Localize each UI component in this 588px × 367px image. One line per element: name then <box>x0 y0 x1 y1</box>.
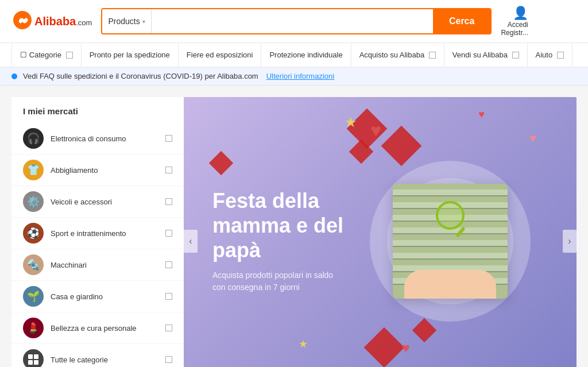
sidebar-item-veicoli[interactable]: ⚙️ Veicoli e accessori <box>11 186 184 218</box>
elettronica-label: Elettronica di consumo <box>51 134 158 143</box>
nav-vendi[interactable]: Vendi su Alibaba <box>444 43 528 67</box>
svg-rect-0 <box>28 354 33 359</box>
login-link[interactable]: Accedi <box>508 21 528 29</box>
covid-message: Vedi FAQ sulle spedizioni e il Coronavir… <box>23 72 258 80</box>
blind-slat-1 <box>393 190 508 196</box>
logo-name: Alibaba.com <box>34 15 92 28</box>
sidebar-item-tutte[interactable]: Tutte le categorie <box>11 344 184 367</box>
account-icon: 👤 <box>513 6 528 21</box>
hands-shape <box>404 270 496 299</box>
banner-subtitle: Acquista prodotti popolari in saldo con … <box>212 269 396 293</box>
banner-next-button[interactable]: › <box>563 230 577 253</box>
account-area: 👤 Accedi Registr... <box>501 6 528 37</box>
navbar: ☐ Categorie Pronto per la spedizione Fie… <box>0 43 588 67</box>
deco-star-1: ★ <box>345 114 357 130</box>
elettronica-checkbox <box>165 135 172 142</box>
alibaba-logo-icon <box>11 9 33 34</box>
macchinari-icon: 🔩 <box>23 254 44 275</box>
deco-star-2: ★ <box>299 338 308 350</box>
search-bar: Products ▾ Cerca <box>101 8 492 34</box>
sport-label: Sport e intrattenimento <box>51 229 158 238</box>
logo[interactable]: Alibaba.com <box>11 9 92 34</box>
bellezza-checkbox <box>165 324 172 331</box>
svg-rect-3 <box>34 360 38 365</box>
deco-diamond-5 <box>412 318 436 342</box>
abbigliamento-label: Abbigliamento <box>51 166 158 175</box>
blinds-visual <box>393 184 508 299</box>
sidebar-item-sport[interactable]: ⚽ Sport e intrattenimento <box>11 218 184 249</box>
banner-text-area: Festa della mamma e del papà Acquista pr… <box>212 188 396 294</box>
deco-heart-4: ♥ <box>478 109 485 121</box>
tutte-checkbox <box>165 356 172 363</box>
sidebar-item-abbigliamento[interactable]: 👕 Abbigliamento <box>11 154 184 186</box>
nav-checkbox-acquisto <box>429 52 436 59</box>
svg-rect-2 <box>28 360 33 365</box>
nav-fiere[interactable]: Fiere ed esposizioni <box>179 43 262 67</box>
magnifier-circle <box>436 201 465 230</box>
sport-checkbox <box>165 230 172 237</box>
svg-rect-1 <box>34 354 38 359</box>
nav-protezione[interactable]: Protezione individuale <box>261 43 351 67</box>
macchinari-label: Macchinari <box>51 261 158 269</box>
deco-heart-3: ♥ <box>529 132 536 145</box>
nav-aiuto[interactable]: Aiuto <box>528 43 572 67</box>
blind-slat-6 <box>393 253 508 260</box>
nav-checkbox <box>66 52 73 59</box>
abbigliamento-checkbox <box>165 167 172 173</box>
banner-product-image <box>393 184 508 299</box>
search-category-label: Products <box>108 17 140 26</box>
veicoli-checkbox <box>165 198 172 205</box>
promotional-banner: ‹ ♥ ♥ ♥ ♥ ★ ★ <box>184 97 577 367</box>
header: Alibaba.com Products ▾ Cerca 👤 Accedi Re… <box>0 0 588 43</box>
sidebar-item-elettronica[interactable]: 🎧 Elettronica di consumo <box>11 123 184 154</box>
sidebar-item-bellezza[interactable]: 💄 Bellezza e cura personale <box>11 312 184 344</box>
nav-pronto-spedizione[interactable]: Pronto per la spedizione <box>82 43 179 67</box>
nav-acquisto[interactable]: Acquisto su Alibaba <box>351 43 444 67</box>
casa-checkbox <box>165 293 172 300</box>
tutte-icon <box>23 349 44 367</box>
sidebar-item-macchinari[interactable]: 🔩 Macchinari <box>11 249 184 281</box>
search-button[interactable]: Cerca <box>433 9 490 33</box>
tutte-label: Tutte le categorie <box>51 356 158 364</box>
deco-heart-1: ♥ <box>370 120 381 141</box>
deco-heart-2: ♥ <box>402 340 410 356</box>
search-category-dropdown[interactable]: Products ▾ <box>102 9 151 33</box>
covid-banner: Vedi FAQ sulle spedizioni e il Coronavir… <box>0 67 588 86</box>
abbigliamento-icon: 👕 <box>23 160 44 180</box>
deco-diamond-6 <box>209 151 233 175</box>
veicoli-icon: ⚙️ <box>23 191 44 212</box>
covid-more-link[interactable]: Ulteriori informazioni <box>266 72 334 80</box>
casa-icon: 🌱 <box>23 286 44 307</box>
main-content: I miei mercati 🎧 Elettronica di consumo … <box>0 86 588 367</box>
sidebar-item-casa[interactable]: 🌱 Casa e giardino <box>11 281 184 312</box>
elettronica-icon: 🎧 <box>23 128 44 149</box>
chevron-down-icon: ▾ <box>142 18 145 25</box>
covid-dot-icon <box>11 74 17 79</box>
search-input[interactable] <box>152 9 433 33</box>
nav-categorie[interactable]: ☐ Categorie <box>11 43 82 67</box>
register-link[interactable]: Registr... <box>501 29 528 37</box>
nav-checkbox-vendi <box>512 52 519 59</box>
blind-slat-5 <box>393 240 508 247</box>
banner-prev-button[interactable]: ‹ <box>184 230 198 253</box>
bellezza-icon: 💄 <box>23 318 44 338</box>
deco-diamond-2 <box>381 126 422 167</box>
macchinari-checkbox <box>165 261 172 268</box>
deco-diamond-4 <box>364 327 405 367</box>
bellezza-label: Bellezza e cura personale <box>51 324 158 333</box>
banner-title: Festa della mamma e del papà <box>212 188 396 263</box>
sport-icon: ⚽ <box>23 223 44 244</box>
casa-label: Casa e giardino <box>51 292 158 301</box>
veicoli-label: Veicoli e accessori <box>51 198 158 206</box>
nav-checkbox-aiuto <box>557 52 564 59</box>
sidebar-title: I miei mercati <box>11 106 184 123</box>
sidebar: I miei mercati 🎧 Elettronica di consumo … <box>11 97 184 367</box>
